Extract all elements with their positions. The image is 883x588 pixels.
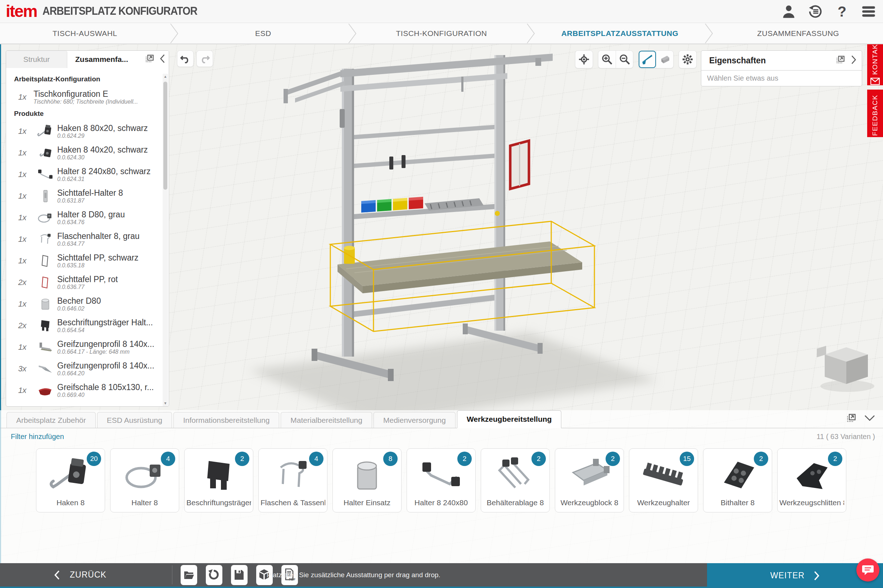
back-button[interactable]: ZURÜCK	[54, 563, 106, 586]
catalog-tab-informationsbereitstellung[interactable]: Informationsbereitstellung	[174, 412, 279, 428]
item-quantity: 1x	[11, 213, 33, 222]
product-card-behälterablage-8[interactable]: 2Behälterablage 8	[481, 448, 550, 512]
item-name: Sichttafel PP, schwarz	[57, 253, 156, 262]
collapse-panel-icon[interactable]	[159, 54, 165, 65]
history-icon[interactable]	[807, 4, 823, 20]
item-code: 0.0.634.76	[57, 219, 156, 226]
open-folder-icon[interactable]	[181, 565, 197, 585]
user-icon[interactable]	[781, 4, 797, 20]
chevron-right-icon	[814, 571, 820, 581]
step-separator-icon	[526, 23, 535, 44]
variant-count-badge: 2	[606, 452, 620, 466]
product-card-haken-8[interactable]: 20Haken 8	[36, 448, 105, 512]
popout-properties-icon[interactable]	[836, 55, 845, 66]
menu-icon[interactable]	[861, 4, 877, 20]
catalog-tab-materialbereitstellung[interactable]: Materialbereitstellung	[281, 412, 372, 428]
step-zusammenfassung[interactable]: ZUSAMMENFASSUNG	[713, 23, 883, 44]
reset-icon[interactable]	[206, 565, 222, 585]
add-filter-link[interactable]: Filter hinzufügen	[11, 432, 64, 441]
list-item[interactable]: 2xSichttafel PP, rot0.0.636.77	[11, 272, 156, 293]
app-header: item ARBEITSPLATZ KONFIGURATOR ?	[0, 0, 883, 23]
popout-panel-icon[interactable]	[145, 54, 154, 65]
redo-button[interactable]	[196, 50, 213, 67]
item-name: Halter 8 D80, grau	[57, 210, 156, 219]
zoom-out-icon[interactable]	[616, 51, 633, 68]
center-view-icon[interactable]	[575, 51, 593, 68]
catalog-tab-werkzeugbereitstellung[interactable]: Werkzeugbereitstellung	[457, 410, 562, 428]
product-card-werkzeugschlitten-8[interactable]: 2Werkzeugschlitten 8	[777, 448, 846, 512]
list-item[interactable]: 1xGreifzungenprofil 8 140x...0.0.664.17 …	[11, 336, 156, 358]
product-card-bithalter-8[interactable]: 2Bithalter 8	[703, 448, 772, 512]
popout-catalog-icon[interactable]	[846, 413, 856, 424]
list-item[interactable]: 1xFlaschenhalter 8, grau0.0.634.77	[11, 228, 156, 250]
list-item[interactable]: 3xGreifzungenprofil 8 140x...0.0.664.20	[11, 358, 156, 380]
catalog-tab-esd-ausrüstung[interactable]: ESD Ausrüstung	[97, 412, 172, 428]
catalog-tab-arbeitsplatz-zubehör[interactable]: Arbeitsplatz Zubehör	[6, 412, 96, 428]
item-name: Greifschale 8 105x130, r...	[57, 382, 156, 392]
config-list-item[interactable]: 1x Tischkonfiguration E Tischhöhe: 680; …	[11, 86, 156, 108]
view-cube-gizmo	[817, 346, 874, 392]
product-card-label: Beschriftungsträger	[186, 498, 251, 512]
scrollbar-thumb[interactable]	[163, 82, 167, 190]
product-image	[123, 449, 166, 498]
item-quantity: 2x	[11, 321, 33, 330]
item-code: 0.0.636.77	[57, 284, 156, 290]
list-item[interactable]: 1xHalter 8 D80, grau0.0.634.76	[11, 207, 156, 228]
step-navigation: TISCH-AUSWAHLESDTISCH-KONFIGURATIONARBEI…	[0, 23, 883, 44]
list-item[interactable]: 1xHaken 8 40x20, schwarz0.0.624.30	[11, 142, 156, 164]
product-thumbnail-icon	[33, 383, 57, 398]
step-tisch-konfiguration[interactable]: TISCH-KONFIGURATION	[357, 23, 526, 44]
properties-selection-field[interactable]: Wählen Sie etwas aus	[701, 70, 862, 86]
zoom-in-icon[interactable]	[598, 51, 616, 68]
item-quantity: 1x	[11, 235, 33, 244]
list-item[interactable]: 1xHaken 8 80x20, schwarz0.0.624.29	[11, 120, 156, 142]
product-card-beschriftungsträger[interactable]: 2Beschriftungsträger	[184, 448, 253, 512]
scroll-up-icon[interactable]: ▲	[163, 74, 168, 80]
properties-title: Eigenschaften	[709, 56, 836, 66]
step-tisch-auswahl[interactable]: TISCH-AUSWAHL	[0, 23, 170, 44]
expand-properties-icon[interactable]	[851, 55, 857, 66]
variant-count-badge: 15	[680, 452, 694, 466]
collapse-catalog-icon[interactable]	[864, 415, 875, 423]
list-item[interactable]: 2xBeschriftungsträger Halt...0.0.654.54	[11, 315, 156, 336]
pdf-export-icon[interactable]: PDF	[281, 565, 298, 585]
item-name: Halter 8 240x80, schwarz	[57, 166, 156, 176]
catalog-tab-medienversorgung[interactable]: Medienversorgung	[373, 412, 456, 428]
step-separator-icon	[705, 23, 713, 44]
product-image	[790, 449, 834, 498]
product-card-halter-8-240x80[interactable]: 2Halter 8 240x80	[406, 448, 476, 512]
product-thumbnail-icon	[33, 189, 57, 203]
product-thumbnail-icon	[33, 167, 57, 182]
chat-widget-button[interactable]	[856, 558, 879, 582]
product-card-halter-einsatz[interactable]: 8Halter Einsatz	[333, 448, 402, 512]
item-name: Greifzungenprofil 8 140x...	[57, 361, 156, 370]
item-quantity: 1x	[11, 93, 33, 102]
settings-gear-icon[interactable]	[679, 51, 696, 68]
step-arbeitsplatzausstattung[interactable]: ARBEITSPLATZAUSSTATTUNG	[535, 23, 705, 44]
product-card-werkzeugblock-8[interactable]: 2Werkzeugblock 8	[555, 448, 624, 512]
solid-mode-icon[interactable]	[656, 51, 673, 68]
tab-struktur[interactable]: Struktur	[6, 51, 67, 68]
list-item[interactable]: 1xGreifschale 8 105x130, r...0.0.669.40	[11, 380, 156, 401]
undo-button[interactable]	[177, 50, 193, 67]
list-item[interactable]: 1xSichttafel PP, schwarz0.0.635.18	[11, 250, 156, 272]
cube-3d-icon[interactable]	[256, 565, 273, 585]
item-quantity: 1x	[11, 127, 33, 136]
save-icon[interactable]	[231, 565, 247, 585]
scroll-down-icon[interactable]: ▼	[163, 400, 168, 406]
step-separator-icon	[348, 23, 357, 44]
step-esd[interactable]: ESD	[178, 23, 348, 44]
product-card-werkzeughalter[interactable]: 15Werkzeughalter	[629, 448, 698, 512]
list-item[interactable]: 1xHalter 8 240x80, schwarz0.0.624.31	[11, 164, 156, 185]
list-item[interactable]: 1xSichttafel-Halter 80.0.631.87	[11, 185, 156, 207]
product-card-halter-8[interactable]: 4Halter 8	[110, 448, 179, 512]
paint-mode-icon[interactable]	[639, 51, 656, 68]
panel-scrollbar[interactable]: ▲ ▼	[163, 74, 168, 406]
tabletop	[337, 242, 582, 293]
list-item[interactable]: 1xBecher D800.0.646.02	[11, 293, 156, 315]
product-card-flaschen-tassenh-[interactable]: 4Flaschen & Tassenh...	[258, 448, 327, 512]
viewport-toolbar	[575, 50, 697, 68]
summary-panel: Struktur Zusammenfa... Arbeitsplatz-Konf…	[6, 50, 169, 406]
help-icon[interactable]: ?	[834, 4, 850, 20]
feedback-tab[interactable]: FEEDBACK	[867, 90, 883, 137]
